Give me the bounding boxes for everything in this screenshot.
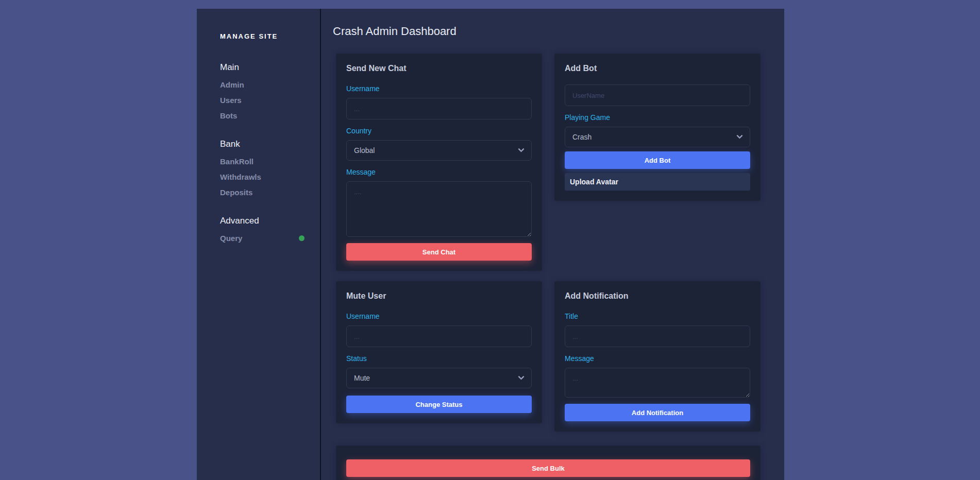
country-label: Country bbox=[346, 127, 532, 135]
bot-username-input[interactable] bbox=[565, 84, 750, 106]
add-bot-card: Add Bot Playing Game Crash Add Bot Uploa… bbox=[554, 54, 761, 201]
chat-message-textarea[interactable] bbox=[346, 181, 532, 237]
add-bot-button[interactable]: Add Bot bbox=[565, 151, 750, 169]
send-bulk-button[interactable]: Send Bulk bbox=[346, 459, 750, 477]
sidebar-section-bank: Bank bbox=[220, 138, 320, 151]
upload-avatar-file-input[interactable]: Upload Avatar bbox=[565, 173, 750, 191]
sidebar-item-label: Query bbox=[220, 234, 242, 243]
title-label: Title bbox=[565, 312, 750, 320]
sidebar-main-items: Admin Users Bots bbox=[220, 77, 320, 123]
query-status-dot bbox=[299, 235, 305, 241]
card-heading: Mute User bbox=[346, 292, 532, 301]
message-label: Message bbox=[346, 168, 532, 176]
upload-avatar-label: Upload Avatar bbox=[570, 178, 618, 186]
status-select-wrap: Mute bbox=[346, 368, 532, 388]
sidebar-item-admin[interactable]: Admin bbox=[220, 77, 320, 92]
message-label: Message bbox=[565, 354, 750, 363]
send-bulk-card: Send Bulk bbox=[336, 445, 761, 480]
sidebar-item-label: Deposits bbox=[220, 188, 252, 197]
add-notification-card: Add Notification Title Message Add Notif… bbox=[554, 281, 761, 432]
chat-username-input[interactable] bbox=[346, 98, 532, 119]
sidebar-item-deposits[interactable]: Deposits bbox=[220, 184, 320, 200]
country-select-wrap: Global bbox=[346, 140, 532, 161]
sidebar-item-query[interactable]: Query bbox=[220, 230, 320, 246]
playing-game-select[interactable]: Crash bbox=[565, 127, 750, 147]
username-label: Username bbox=[346, 312, 532, 320]
cards-grid: Send New Chat Username Country Global Me… bbox=[336, 54, 761, 480]
status-label: Status bbox=[346, 354, 532, 363]
mute-user-card: Mute User Username Status Mute Change St… bbox=[336, 281, 542, 423]
notification-title-input[interactable] bbox=[565, 325, 750, 347]
sidebar-section-advanced: Advanced bbox=[220, 214, 320, 228]
sidebar-bank-items: BankRoll Withdrawls Deposits bbox=[220, 153, 320, 200]
add-notification-button[interactable]: Add Notification bbox=[565, 404, 750, 421]
card-heading: Add Notification bbox=[565, 292, 750, 301]
send-new-chat-card: Send New Chat Username Country Global Me… bbox=[336, 54, 542, 271]
sidebar-item-withdrawls[interactable]: Withdrawls bbox=[220, 169, 320, 184]
page-title: Crash Admin Dashboard bbox=[333, 23, 761, 39]
change-status-button[interactable]: Change Status bbox=[346, 396, 532, 413]
sidebar-item-users[interactable]: Users bbox=[220, 92, 320, 108]
sidebar-item-bankroll[interactable]: BankRoll bbox=[220, 153, 320, 169]
notification-message-textarea[interactable] bbox=[565, 368, 750, 398]
status-select[interactable]: Mute bbox=[346, 368, 532, 388]
card-heading: Send New Chat bbox=[346, 64, 532, 73]
sidebar-item-label: Withdrawls bbox=[220, 173, 261, 181]
mute-username-input[interactable] bbox=[346, 325, 532, 347]
sidebar-item-label: Users bbox=[220, 96, 242, 105]
card-heading: Add Bot bbox=[565, 64, 750, 73]
sidebar: MANAGE SITE Main Admin Users Bots Bank B… bbox=[197, 9, 321, 480]
sidebar-brand: MANAGE SITE bbox=[220, 32, 320, 40]
admin-app-window: MANAGE SITE Main Admin Users Bots Bank B… bbox=[197, 9, 784, 480]
main-content: Crash Admin Dashboard Send New Chat User… bbox=[321, 9, 784, 480]
playing-game-label: Playing Game bbox=[565, 113, 750, 122]
sidebar-item-label: Admin bbox=[220, 80, 244, 89]
sidebar-advanced-items: Query bbox=[220, 230, 320, 246]
username-label: Username bbox=[346, 84, 532, 93]
playing-game-select-wrap: Crash bbox=[565, 127, 750, 147]
send-chat-button[interactable]: Send Chat bbox=[346, 243, 532, 261]
sidebar-item-label: BankRoll bbox=[220, 157, 254, 166]
country-select[interactable]: Global bbox=[346, 140, 532, 161]
sidebar-item-bots[interactable]: Bots bbox=[220, 108, 320, 123]
sidebar-item-label: Bots bbox=[220, 111, 237, 120]
sidebar-section-main: Main bbox=[220, 61, 320, 74]
